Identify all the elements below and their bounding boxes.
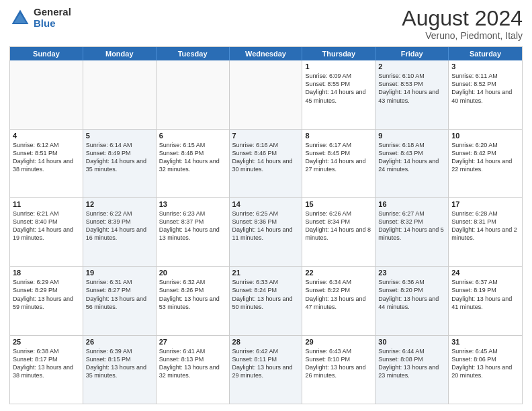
day-info: Sunrise: 6:41 AM Sunset: 8:13 PM Dayligh…	[159, 347, 226, 380]
day-number: 27	[159, 338, 226, 346]
day-info: Sunrise: 6:38 AM Sunset: 8:17 PM Dayligh…	[13, 347, 80, 380]
day-header-saturday: Saturday	[449, 47, 522, 60]
day-cell-29: 29Sunrise: 6:43 AM Sunset: 8:10 PM Dayli…	[302, 336, 375, 404]
day-cell-25: 25Sunrise: 6:38 AM Sunset: 8:17 PM Dayli…	[10, 336, 83, 404]
day-number: 7	[232, 132, 300, 140]
title-block: August 2024 Veruno, Piedmont, Italy	[402, 7, 523, 41]
day-cell-9: 9Sunrise: 6:18 AM Sunset: 8:43 PM Daylig…	[375, 130, 449, 197]
day-number: 4	[13, 132, 80, 140]
day-cell-30: 30Sunrise: 6:44 AM Sunset: 8:08 PM Dayli…	[375, 336, 449, 404]
day-info: Sunrise: 6:33 AM Sunset: 8:24 PM Dayligh…	[232, 278, 300, 311]
logo-text: General Blue	[34, 7, 71, 29]
day-cell-26: 26Sunrise: 6:39 AM Sunset: 8:15 PM Dayli…	[83, 336, 157, 404]
logo-blue-text: Blue	[34, 17, 56, 29]
day-number: 8	[305, 132, 372, 140]
day-info: Sunrise: 6:15 AM Sunset: 8:48 PM Dayligh…	[159, 141, 226, 174]
day-number: 31	[451, 338, 519, 346]
day-cell-2: 2Sunrise: 6:10 AM Sunset: 8:53 PM Daylig…	[375, 60, 449, 128]
day-number: 20	[159, 269, 226, 277]
day-cell-17: 17Sunrise: 6:28 AM Sunset: 8:31 PM Dayli…	[449, 198, 522, 266]
day-number: 25	[13, 338, 80, 346]
day-cell-4: 4Sunrise: 6:12 AM Sunset: 8:51 PM Daylig…	[10, 130, 83, 197]
day-header-thursday: Thursday	[302, 47, 375, 60]
day-info: Sunrise: 6:44 AM Sunset: 8:08 PM Dayligh…	[378, 347, 445, 380]
day-cell-23: 23Sunrise: 6:36 AM Sunset: 8:20 PM Dayli…	[375, 267, 449, 334]
day-cell-22: 22Sunrise: 6:34 AM Sunset: 8:22 PM Dayli…	[302, 267, 375, 334]
day-info: Sunrise: 6:14 AM Sunset: 8:49 PM Dayligh…	[86, 141, 153, 174]
logo: General Blue	[9, 7, 71, 29]
day-header-wednesday: Wednesday	[230, 47, 303, 60]
day-info: Sunrise: 6:42 AM Sunset: 8:11 PM Dayligh…	[232, 347, 300, 380]
day-number: 13	[159, 200, 226, 208]
day-number: 18	[13, 269, 80, 277]
empty-cell	[157, 60, 230, 128]
day-header-friday: Friday	[375, 47, 449, 60]
day-number: 1	[305, 62, 372, 71]
day-info: Sunrise: 6:09 AM Sunset: 8:55 PM Dayligh…	[305, 72, 372, 105]
week-4: 18Sunrise: 6:29 AM Sunset: 8:29 PM Dayli…	[10, 267, 522, 335]
day-cell-10: 10Sunrise: 6:20 AM Sunset: 8:42 PM Dayli…	[449, 130, 522, 197]
day-info: Sunrise: 6:12 AM Sunset: 8:51 PM Dayligh…	[13, 141, 80, 174]
empty-cell	[83, 60, 157, 128]
calendar-body: 1Sunrise: 6:09 AM Sunset: 8:55 PM Daylig…	[10, 60, 522, 404]
day-cell-6: 6Sunrise: 6:15 AM Sunset: 8:48 PM Daylig…	[157, 130, 230, 197]
week-5: 25Sunrise: 6:38 AM Sunset: 8:17 PM Dayli…	[10, 336, 522, 404]
day-number: 10	[451, 132, 519, 140]
day-number: 2	[378, 62, 445, 71]
logo-icon	[9, 7, 31, 29]
day-cell-28: 28Sunrise: 6:42 AM Sunset: 8:11 PM Dayli…	[230, 336, 303, 404]
week-2: 4Sunrise: 6:12 AM Sunset: 8:51 PM Daylig…	[10, 130, 522, 198]
day-info: Sunrise: 6:34 AM Sunset: 8:22 PM Dayligh…	[305, 278, 372, 311]
day-info: Sunrise: 6:27 AM Sunset: 8:32 PM Dayligh…	[378, 210, 445, 242]
day-number: 26	[86, 338, 153, 346]
day-info: Sunrise: 6:43 AM Sunset: 8:10 PM Dayligh…	[305, 347, 372, 380]
day-info: Sunrise: 6:36 AM Sunset: 8:20 PM Dayligh…	[378, 278, 445, 311]
day-info: Sunrise: 6:29 AM Sunset: 8:29 PM Dayligh…	[13, 278, 80, 311]
day-cell-3: 3Sunrise: 6:11 AM Sunset: 8:52 PM Daylig…	[449, 60, 522, 128]
day-info: Sunrise: 6:16 AM Sunset: 8:46 PM Dayligh…	[232, 141, 300, 174]
empty-cell	[230, 60, 303, 128]
day-cell-19: 19Sunrise: 6:31 AM Sunset: 8:27 PM Dayli…	[83, 267, 157, 334]
day-number: 28	[232, 338, 300, 346]
day-info: Sunrise: 6:17 AM Sunset: 8:45 PM Dayligh…	[305, 141, 372, 174]
day-cell-8: 8Sunrise: 6:17 AM Sunset: 8:45 PM Daylig…	[302, 130, 375, 197]
location: Veruno, Piedmont, Italy	[402, 30, 523, 41]
day-cell-12: 12Sunrise: 6:22 AM Sunset: 8:39 PM Dayli…	[83, 198, 157, 266]
day-info: Sunrise: 6:26 AM Sunset: 8:34 PM Dayligh…	[305, 210, 372, 242]
day-number: 19	[86, 269, 153, 277]
day-number: 29	[305, 338, 372, 346]
day-number: 11	[13, 200, 80, 208]
day-cell-13: 13Sunrise: 6:23 AM Sunset: 8:37 PM Dayli…	[157, 198, 230, 266]
day-info: Sunrise: 6:20 AM Sunset: 8:42 PM Dayligh…	[451, 141, 519, 174]
day-number: 3	[451, 62, 519, 71]
day-info: Sunrise: 6:39 AM Sunset: 8:15 PM Dayligh…	[86, 347, 153, 380]
month-title: August 2024	[402, 7, 523, 30]
day-number: 22	[305, 269, 372, 277]
day-info: Sunrise: 6:11 AM Sunset: 8:52 PM Dayligh…	[451, 72, 519, 105]
day-number: 14	[232, 200, 300, 208]
logo-general: General	[34, 6, 71, 17]
day-info: Sunrise: 6:21 AM Sunset: 8:40 PM Dayligh…	[13, 210, 80, 242]
day-number: 23	[378, 269, 445, 277]
day-header-sunday: Sunday	[10, 47, 83, 60]
day-info: Sunrise: 6:23 AM Sunset: 8:37 PM Dayligh…	[159, 210, 226, 242]
day-number: 17	[451, 200, 519, 208]
day-info: Sunrise: 6:25 AM Sunset: 8:36 PM Dayligh…	[232, 210, 300, 242]
day-info: Sunrise: 6:18 AM Sunset: 8:43 PM Dayligh…	[378, 141, 445, 174]
empty-cell	[10, 60, 83, 128]
day-header-tuesday: Tuesday	[157, 47, 230, 60]
day-number: 5	[86, 132, 153, 140]
day-number: 15	[305, 200, 372, 208]
day-number: 21	[232, 269, 300, 277]
calendar-header: SundayMondayTuesdayWednesdayThursdayFrid…	[10, 47, 522, 60]
day-cell-24: 24Sunrise: 6:37 AM Sunset: 8:19 PM Dayli…	[449, 267, 522, 334]
day-cell-14: 14Sunrise: 6:25 AM Sunset: 8:36 PM Dayli…	[230, 198, 303, 266]
day-number: 12	[86, 200, 153, 208]
week-1: 1Sunrise: 6:09 AM Sunset: 8:55 PM Daylig…	[10, 60, 522, 129]
day-info: Sunrise: 6:28 AM Sunset: 8:31 PM Dayligh…	[451, 210, 519, 242]
day-header-monday: Monday	[83, 47, 157, 60]
day-cell-5: 5Sunrise: 6:14 AM Sunset: 8:49 PM Daylig…	[83, 130, 157, 197]
day-number: 24	[451, 269, 519, 277]
day-info: Sunrise: 6:31 AM Sunset: 8:27 PM Dayligh…	[86, 278, 153, 311]
day-info: Sunrise: 6:10 AM Sunset: 8:53 PM Dayligh…	[378, 72, 445, 105]
